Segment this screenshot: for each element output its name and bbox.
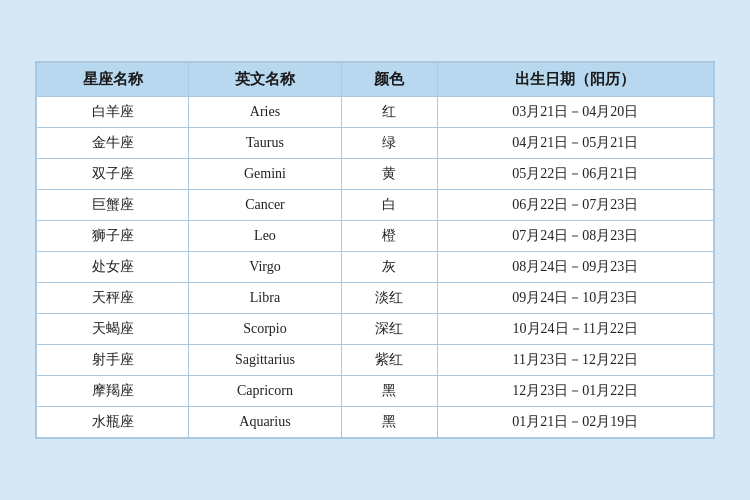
table-row: 白羊座Aries红03月21日－04月20日	[37, 97, 714, 128]
cell-english-name: Capricorn	[189, 376, 341, 407]
table-row: 摩羯座Capricorn黑12月23日－01月22日	[37, 376, 714, 407]
cell-dates: 08月24日－09月23日	[437, 252, 713, 283]
table-row: 金牛座Taurus绿04月21日－05月21日	[37, 128, 714, 159]
cell-dates: 07月24日－08月23日	[437, 221, 713, 252]
cell-chinese-name: 白羊座	[37, 97, 189, 128]
cell-dates: 06月22日－07月23日	[437, 190, 713, 221]
table-row: 天蝎座Scorpio深红10月24日－11月22日	[37, 314, 714, 345]
cell-dates: 03月21日－04月20日	[437, 97, 713, 128]
cell-english-name: Libra	[189, 283, 341, 314]
zodiac-table-container: 星座名称 英文名称 颜色 出生日期（阳历） 白羊座Aries红03月21日－04…	[35, 61, 715, 439]
col-header-chinese: 星座名称	[37, 63, 189, 97]
zodiac-table: 星座名称 英文名称 颜色 出生日期（阳历） 白羊座Aries红03月21日－04…	[36, 62, 714, 438]
cell-english-name: Taurus	[189, 128, 341, 159]
cell-english-name: Cancer	[189, 190, 341, 221]
cell-dates: 10月24日－11月22日	[437, 314, 713, 345]
col-header-color: 颜色	[341, 63, 437, 97]
cell-dates: 04月21日－05月21日	[437, 128, 713, 159]
cell-color: 绿	[341, 128, 437, 159]
cell-dates: 01月21日－02月19日	[437, 407, 713, 438]
cell-chinese-name: 金牛座	[37, 128, 189, 159]
table-row: 巨蟹座Cancer白06月22日－07月23日	[37, 190, 714, 221]
cell-color: 灰	[341, 252, 437, 283]
cell-color: 紫红	[341, 345, 437, 376]
col-header-dates: 出生日期（阳历）	[437, 63, 713, 97]
cell-color: 黄	[341, 159, 437, 190]
cell-color: 黑	[341, 407, 437, 438]
cell-color: 橙	[341, 221, 437, 252]
table-row: 水瓶座Aquarius黑01月21日－02月19日	[37, 407, 714, 438]
cell-chinese-name: 处女座	[37, 252, 189, 283]
cell-chinese-name: 天蝎座	[37, 314, 189, 345]
cell-color: 黑	[341, 376, 437, 407]
table-row: 狮子座Leo橙07月24日－08月23日	[37, 221, 714, 252]
cell-dates: 12月23日－01月22日	[437, 376, 713, 407]
cell-chinese-name: 巨蟹座	[37, 190, 189, 221]
cell-chinese-name: 摩羯座	[37, 376, 189, 407]
cell-chinese-name: 射手座	[37, 345, 189, 376]
cell-color: 深红	[341, 314, 437, 345]
table-row: 双子座Gemini黄05月22日－06月21日	[37, 159, 714, 190]
cell-english-name: Aquarius	[189, 407, 341, 438]
table-header-row: 星座名称 英文名称 颜色 出生日期（阳历）	[37, 63, 714, 97]
cell-dates: 09月24日－10月23日	[437, 283, 713, 314]
table-row: 处女座Virgo灰08月24日－09月23日	[37, 252, 714, 283]
cell-english-name: Aries	[189, 97, 341, 128]
table-row: 射手座Sagittarius紫红11月23日－12月22日	[37, 345, 714, 376]
cell-color: 淡红	[341, 283, 437, 314]
cell-chinese-name: 水瓶座	[37, 407, 189, 438]
cell-color: 白	[341, 190, 437, 221]
cell-color: 红	[341, 97, 437, 128]
col-header-english: 英文名称	[189, 63, 341, 97]
cell-english-name: Leo	[189, 221, 341, 252]
cell-dates: 11月23日－12月22日	[437, 345, 713, 376]
cell-chinese-name: 狮子座	[37, 221, 189, 252]
cell-chinese-name: 天秤座	[37, 283, 189, 314]
cell-english-name: Sagittarius	[189, 345, 341, 376]
table-row: 天秤座Libra淡红09月24日－10月23日	[37, 283, 714, 314]
cell-chinese-name: 双子座	[37, 159, 189, 190]
cell-english-name: Scorpio	[189, 314, 341, 345]
cell-english-name: Virgo	[189, 252, 341, 283]
table-body: 白羊座Aries红03月21日－04月20日金牛座Taurus绿04月21日－0…	[37, 97, 714, 438]
cell-dates: 05月22日－06月21日	[437, 159, 713, 190]
cell-english-name: Gemini	[189, 159, 341, 190]
